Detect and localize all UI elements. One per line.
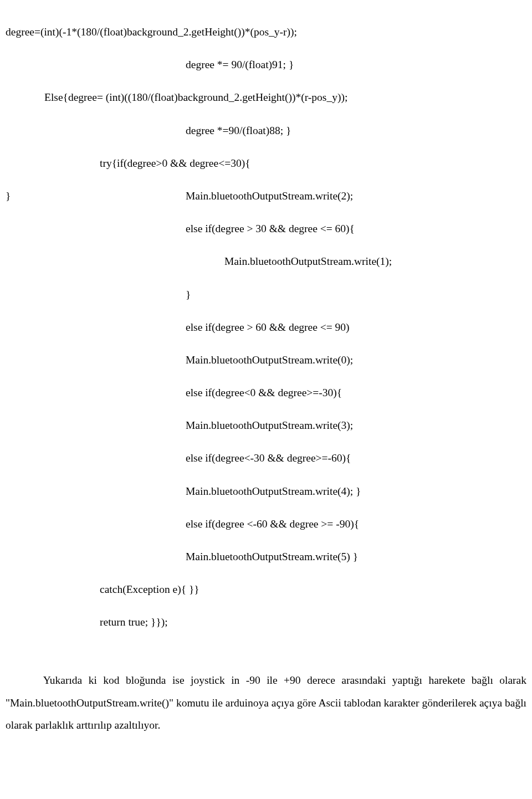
code-line: Main.bluetoothOutputStream.write(4); }: [6, 475, 526, 508]
code-line: else if(degree<0 && degree>=-30){: [6, 376, 526, 409]
paragraph-text: Yukarıda ki kod bloğunda ise joystick in…: [6, 674, 526, 731]
code-line: catch(Exception e){ }}: [6, 573, 526, 606]
code-line-closebrace: }: [6, 180, 11, 212]
code-line: else if(degree > 60 && degree <= 90): [6, 311, 526, 344]
code-line: Main.bluetoothOutputStream.write(3);: [6, 409, 526, 442]
code-line: else if(degree<-30 && degree>=-60){: [6, 442, 526, 474]
code-line: Else{degree= (int)((180/(float)backgroun…: [6, 81, 526, 114]
code-line: else if(degree <-60 && degree >= -90){: [6, 508, 526, 540]
description-paragraph: Yukarıda ki kod bloğunda ise joystick in…: [6, 669, 526, 737]
code-line: Main.bluetoothOutputStream.write(5) }: [6, 540, 526, 573]
code-line: return true; }});: [6, 606, 526, 638]
code-line: try{if(degree>0 && degree<=30){: [6, 147, 526, 180]
code-line: degree *= 90/(float)91; }: [6, 48, 526, 81]
code-line: Main.bluetoothOutputStream.write(0);: [6, 344, 526, 376]
code-line: degree=(int)(-1*(180/(float)background_2…: [6, 16, 526, 48]
code-line: Main.bluetoothOutputStream.write(1);: [6, 245, 526, 278]
code-line: else if(degree > 30 && degree <= 60){: [6, 212, 526, 245]
code-line: Main.bluetoothOutputStream.write(2);: [6, 180, 353, 212]
code-line: degree *=90/(float)88; }: [6, 114, 526, 147]
code-line: }: [6, 278, 526, 311]
